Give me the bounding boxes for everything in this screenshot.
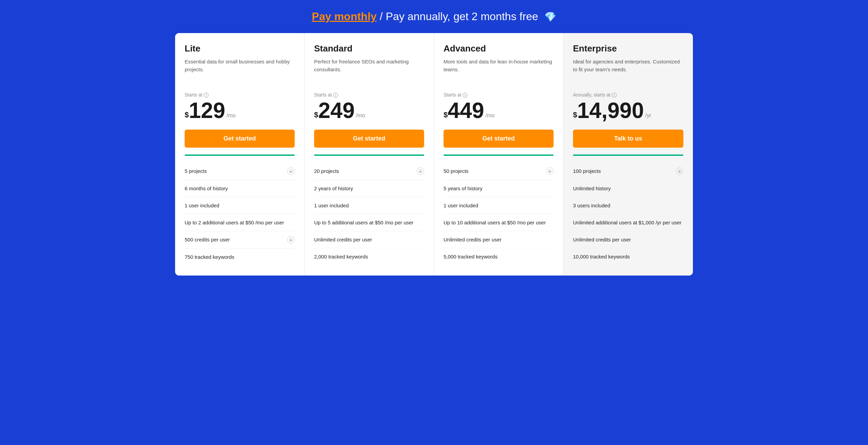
feature-text: 10,000 tracked keywords xyxy=(573,253,683,260)
feature-text: 750 tracked keywords xyxy=(185,253,295,261)
price-number: 449 xyxy=(448,100,484,121)
feature-info-icon[interactable]: ▶ xyxy=(287,167,295,175)
price-dollar: $ xyxy=(185,111,189,119)
price-period: /mo xyxy=(485,113,495,119)
price-dollar: $ xyxy=(573,111,577,119)
plan-name: Lite xyxy=(185,43,295,54)
feature-item: Unlimited credits per user xyxy=(573,231,683,248)
feature-text: 100 projects xyxy=(573,167,673,175)
price-info-icon[interactable]: i xyxy=(204,93,208,98)
feature-text: Up to 5 additional users at $50 /mo per … xyxy=(314,219,424,226)
feature-info-icon[interactable]: ▶ xyxy=(546,167,554,175)
plan-divider xyxy=(314,154,424,156)
feature-text: Up to 10 additional users at $50 /mo per… xyxy=(444,219,554,226)
feature-text: 1 user included xyxy=(444,202,554,209)
feature-item: 6 months of history xyxy=(185,180,295,197)
feature-text: 6 months of history xyxy=(185,185,295,192)
feature-item: Up to 10 additional users at $50 /mo per… xyxy=(444,214,554,231)
feature-text: 50 projects xyxy=(444,167,543,175)
plan-divider xyxy=(185,154,295,156)
svg-text:▶: ▶ xyxy=(679,170,681,173)
cta-button[interactable]: Talk to us xyxy=(573,130,683,148)
feature-text: 2,000 tracked keywords xyxy=(314,253,424,260)
price-period: /mo xyxy=(356,113,365,119)
feature-text: Unlimited history xyxy=(573,185,683,192)
feature-text: Unlimited credits per user xyxy=(444,236,554,243)
separator: / xyxy=(379,10,386,23)
price-info-icon[interactable]: i xyxy=(463,93,467,98)
feature-item: 1 user included xyxy=(444,197,554,214)
feature-list: 5 projects ▶ 6 months of history 1 user … xyxy=(185,163,295,265)
starts-at-label: Annually, starts at i xyxy=(573,92,683,98)
feature-list: 20 projects ▶ 2 years of history 1 user … xyxy=(314,163,424,265)
plan-description: More tools and data for lean in-house ma… xyxy=(444,58,554,85)
cta-button[interactable]: Get started xyxy=(444,130,554,148)
svg-text:▶: ▶ xyxy=(420,170,422,173)
price-row: $ 14,990 /yr xyxy=(573,100,683,121)
price-dollar: $ xyxy=(314,111,318,119)
cta-button[interactable]: Get started xyxy=(314,130,424,148)
feature-list: 100 projects ▶ Unlimited history 3 users… xyxy=(573,163,683,265)
plans-container: Lite Essential data for small businesses… xyxy=(175,33,693,276)
starts-at-label: Starts at i xyxy=(444,92,554,98)
pay-monthly-link[interactable]: Pay monthly xyxy=(312,10,376,23)
feature-text: Up to 2 additional users at $50 /mo per … xyxy=(185,219,295,226)
feature-text: Unlimited credits per user xyxy=(314,236,424,243)
feature-item: 2,000 tracked keywords xyxy=(314,248,424,265)
plan-description: Ideal for agencies and enterprises. Cust… xyxy=(573,58,683,85)
feature-item: Unlimited credits per user xyxy=(444,231,554,248)
feature-item: 750 tracked keywords xyxy=(185,249,295,265)
feature-info-icon[interactable]: ▶ xyxy=(676,167,683,175)
feature-item: 5 projects ▶ xyxy=(185,163,295,180)
price-row: $ 249 /mo xyxy=(314,100,424,121)
price-period: /yr xyxy=(645,113,651,119)
plan-advanced: Advanced More tools and data for lean in… xyxy=(434,33,563,276)
feature-item: Unlimited history xyxy=(573,180,683,197)
feature-text: 2 years of history xyxy=(314,185,424,192)
plan-divider xyxy=(444,154,554,156)
feature-item: Up to 5 additional users at $50 /mo per … xyxy=(314,214,424,231)
price-number: 14,990 xyxy=(577,100,644,121)
feature-item: 1 user included xyxy=(185,197,295,214)
price-number: 249 xyxy=(318,100,355,121)
feature-item: 10,000 tracked keywords xyxy=(573,248,683,265)
feature-text: 500 credits per user xyxy=(185,236,284,243)
cta-button[interactable]: Get started xyxy=(185,130,295,148)
plan-standard: Standard Perfect for freelance SEOs and … xyxy=(305,33,434,276)
feature-info-icon[interactable]: ▶ xyxy=(417,167,424,175)
price-info-icon[interactable]: i xyxy=(612,93,617,98)
price-dollar: $ xyxy=(444,111,448,119)
feature-item: 500 credits per user ▶ xyxy=(185,231,295,249)
starts-at-label: Starts at i xyxy=(185,92,295,98)
feature-text: 5,000 tracked keywords xyxy=(444,253,554,260)
pay-annually-text: Pay annually, get 2 months free xyxy=(386,10,538,23)
svg-text:▶: ▶ xyxy=(290,239,292,241)
feature-item: 3 users included xyxy=(573,197,683,214)
diamond-icon: 💎 xyxy=(544,12,556,22)
plan-description: Essential data for small businesses and … xyxy=(185,58,295,85)
feature-text: Unlimited credits per user xyxy=(573,236,683,243)
feature-text: Unlimited additional users at $1,000 /yr… xyxy=(573,219,683,226)
svg-text:▶: ▶ xyxy=(290,170,292,173)
plan-description: Perfect for freelance SEOs and marketing… xyxy=(314,58,424,85)
price-row: $ 449 /mo xyxy=(444,100,554,121)
feature-text: 20 projects xyxy=(314,167,414,175)
price-info-icon[interactable]: i xyxy=(333,93,338,98)
starts-at-label: Starts at i xyxy=(314,92,424,98)
feature-item: 1 user included xyxy=(314,197,424,214)
feature-text: 5 years of history xyxy=(444,185,554,192)
svg-text:▶: ▶ xyxy=(549,170,551,173)
feature-item: Unlimited credits per user xyxy=(314,231,424,248)
feature-item: 2 years of history xyxy=(314,180,424,197)
feature-item: 100 projects ▶ xyxy=(573,163,683,180)
feature-item: 5,000 tracked keywords xyxy=(444,248,554,265)
feature-text: 1 user included xyxy=(185,202,295,209)
price-row: $ 129 /mo xyxy=(185,100,295,121)
feature-item: Up to 2 additional users at $50 /mo per … xyxy=(185,214,295,231)
feature-info-icon[interactable]: ▶ xyxy=(287,236,295,243)
plan-name: Enterprise xyxy=(573,43,683,54)
feature-item: 20 projects ▶ xyxy=(314,163,424,180)
plan-enterprise: Enterprise Ideal for agencies and enterp… xyxy=(563,33,693,276)
feature-item: Unlimited additional users at $1,000 /yr… xyxy=(573,214,683,231)
plan-divider xyxy=(573,154,683,156)
